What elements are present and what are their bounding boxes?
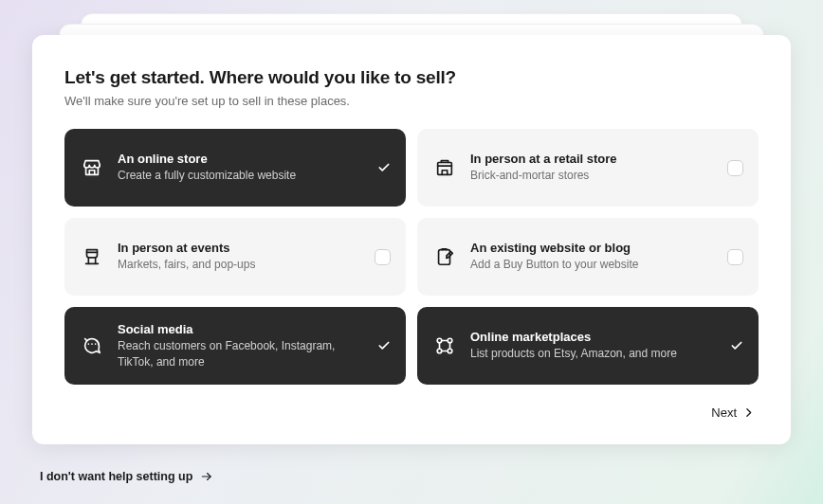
- nodes-icon: [434, 335, 455, 356]
- page-subtitle: We'll make sure you're set up to sell in…: [64, 94, 759, 108]
- check-icon: [730, 339, 743, 352]
- option-marketplaces[interactable]: Online marketplaces List products on Ets…: [417, 307, 759, 385]
- option-online-store[interactable]: An online store Create a fully customiza…: [64, 129, 406, 207]
- card-footer: Next: [64, 385, 759, 425]
- svg-rect-0: [438, 163, 452, 175]
- option-title: Online marketplaces: [470, 330, 715, 344]
- options-grid: An online store Create a fully customiza…: [64, 129, 759, 385]
- option-title: An online store: [118, 152, 362, 166]
- stall-icon: [82, 246, 102, 267]
- option-desc: List products on Etsy, Amazon, and more: [470, 346, 715, 361]
- clipboard-icon: [434, 246, 455, 267]
- checkbox[interactable]: [727, 249, 743, 265]
- option-desc: Reach customers on Facebook, Instagram, …: [118, 338, 362, 369]
- option-desc: Add a Buy Button to your website: [470, 257, 712, 272]
- next-label: Next: [711, 405, 737, 420]
- option-title: Social media: [118, 322, 362, 336]
- option-title: An existing website or blog: [470, 241, 712, 255]
- arrow-right-icon: [200, 470, 213, 483]
- option-existing-site[interactable]: An existing website or blog Add a Buy Bu…: [417, 218, 759, 296]
- chat-icon: [82, 335, 102, 356]
- check-icon: [377, 339, 391, 352]
- option-desc: Markets, fairs, and pop-ups: [118, 257, 359, 272]
- option-text: Social media Reach customers on Facebook…: [118, 322, 362, 369]
- onboarding-card: Let's get started. Where would you like …: [32, 35, 791, 444]
- option-title: In person at events: [118, 241, 359, 255]
- option-text: An existing website or blog Add a Buy Bu…: [470, 241, 712, 272]
- chevron-right-icon: [742, 406, 755, 419]
- store-icon: [82, 157, 102, 178]
- option-text: In person at events Markets, fairs, and …: [118, 241, 359, 272]
- option-events[interactable]: In person at events Markets, fairs, and …: [64, 218, 406, 296]
- option-text: In person at a retail store Brick-and-mo…: [470, 152, 712, 183]
- checkbox[interactable]: [727, 160, 743, 176]
- checkbox[interactable]: [375, 249, 391, 265]
- option-desc: Create a fully customizable website: [118, 168, 362, 183]
- option-desc: Brick-and-mortar stores: [470, 168, 712, 183]
- building-icon: [434, 157, 455, 178]
- check-icon: [377, 161, 391, 174]
- skip-label: I don't want help setting up: [40, 470, 192, 483]
- option-social-media[interactable]: Social media Reach customers on Facebook…: [64, 307, 406, 385]
- option-retail-store[interactable]: In person at a retail store Brick-and-mo…: [417, 129, 759, 207]
- option-title: In person at a retail store: [470, 152, 712, 166]
- page-title: Let's get started. Where would you like …: [64, 67, 759, 88]
- option-text: An online store Create a fully customiza…: [118, 152, 362, 183]
- next-button[interactable]: Next: [707, 400, 759, 425]
- skip-setup-link[interactable]: I don't want help setting up: [40, 470, 213, 483]
- option-text: Online marketplaces List products on Ets…: [470, 330, 715, 361]
